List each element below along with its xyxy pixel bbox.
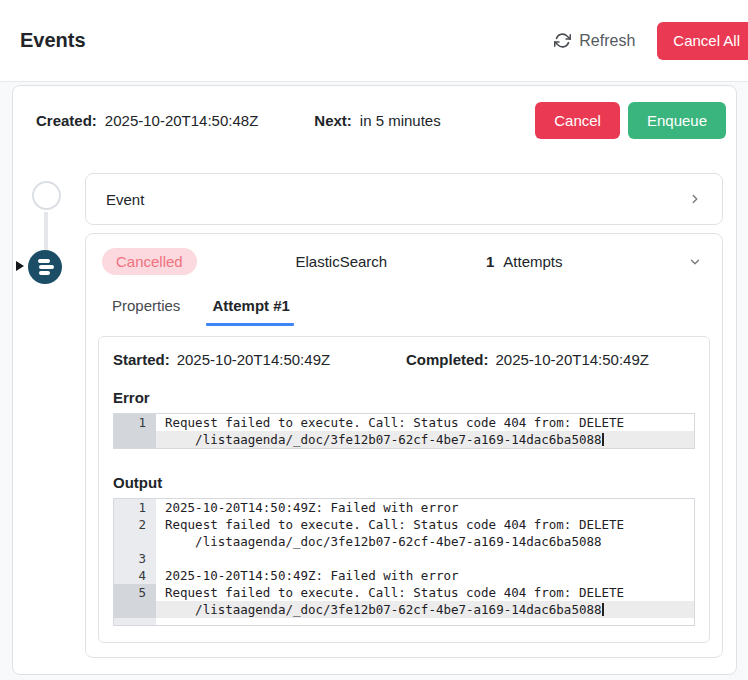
code-line-text: Request failed to execute. Call: Status …	[156, 516, 694, 533]
event-action-buttons: Cancel Enqueue	[535, 102, 726, 139]
code-line: 1Request failed to execute. Call: Status…	[114, 414, 694, 431]
refresh-label: Refresh	[579, 32, 635, 50]
completed-value: 2025-10-20T14:50:49Z	[496, 351, 649, 368]
started-field: Started: 2025-10-20T14:50:49Z	[113, 351, 406, 368]
line-number-gutter	[114, 618, 156, 625]
elasticsearch-icon	[38, 259, 50, 263]
step-card: Cancelled ElasticSearch 1 Attempts	[85, 233, 723, 658]
attempts-count: 1 Attempts	[486, 253, 688, 270]
line-number-gutter: 1	[114, 414, 156, 431]
line-number-gutter: 2	[114, 516, 156, 533]
timeline-connector	[44, 212, 48, 254]
text-cursor	[602, 603, 604, 616]
error-section-label: Error	[113, 389, 695, 406]
created-value: 2025-10-20T14:50:48Z	[105, 112, 258, 129]
attempt-times-row: Started: 2025-10-20T14:50:49Z Completed:…	[113, 351, 695, 368]
next-label: Next:	[314, 112, 352, 129]
cancel-all-button[interactable]: Cancel All	[657, 22, 748, 60]
next-value: in 5 minutes	[360, 112, 441, 129]
code-line: 3	[114, 550, 694, 567]
line-number-gutter: 3	[114, 550, 156, 567]
code-line-text	[156, 550, 694, 567]
code-line: 5Request failed to execute. Call: Status…	[114, 584, 694, 601]
event-row-label: Event	[106, 191, 144, 208]
started-value: 2025-10-20T14:50:49Z	[177, 351, 330, 368]
main-area: Created: 2025-10-20T14:50:48Z Next: in 5…	[0, 82, 748, 675]
timeline-rail	[13, 173, 85, 658]
code-line: /listaagenda/_doc/3fe12b07-62cf-4be7-a16…	[114, 533, 694, 550]
line-number-gutter: 5	[114, 584, 156, 601]
event-meta-row: Created: 2025-10-20T14:50:48Z Next: in 5…	[13, 102, 736, 139]
attempts-label: Attempts	[503, 253, 562, 270]
refresh-button[interactable]: Refresh	[554, 32, 635, 50]
step-status-row[interactable]: Cancelled ElasticSearch 1 Attempts	[86, 234, 722, 279]
line-number-gutter	[114, 431, 156, 448]
chevron-down-icon[interactable]	[688, 255, 702, 269]
code-line-text: /listaagenda/_doc/3fe12b07-62cf-4be7-a16…	[156, 601, 694, 618]
output-section-label: Output	[113, 474, 695, 491]
code-line-text: /listaagenda/_doc/3fe12b07-62cf-4be7-a16…	[156, 533, 694, 550]
code-line: 2Request failed to execute. Call: Status…	[114, 516, 694, 533]
cancel-button[interactable]: Cancel	[535, 102, 620, 139]
timeline-cards: Event Cancelled ElasticSearch 1 Attempts	[85, 173, 723, 658]
text-cursor	[602, 433, 604, 446]
event-row[interactable]: Event	[85, 173, 723, 225]
header-actions: Refresh Cancel All	[554, 22, 748, 60]
code-line-text	[156, 618, 694, 625]
code-line-text: 2025-10-20T14:50:49Z: Failed with error	[156, 499, 694, 516]
next-field: Next: in 5 minutes	[314, 112, 440, 129]
elasticsearch-step-node[interactable]	[28, 250, 62, 284]
code-line-text: /listaagenda/_doc/3fe12b07-62cf-4be7-a16…	[156, 431, 694, 448]
page-header: Events Refresh Cancel All	[0, 0, 748, 82]
completed-label: Completed:	[406, 351, 489, 368]
page-title: Events	[20, 29, 86, 52]
event-timeline: Event Cancelled ElasticSearch 1 Attempts	[13, 173, 736, 658]
tab-properties[interactable]: Properties	[96, 287, 196, 326]
line-number-gutter	[114, 601, 156, 618]
status-badge: Cancelled	[102, 248, 197, 275]
step-name: ElasticSearch	[197, 253, 486, 270]
event-detail-card: Created: 2025-10-20T14:50:48Z Next: in 5…	[12, 85, 737, 675]
chevron-right-icon[interactable]	[688, 192, 702, 206]
line-number-gutter: 4	[114, 567, 156, 584]
created-label: Created:	[36, 112, 97, 129]
code-line: /listaagenda/_doc/3fe12b07-62cf-4be7-a16…	[114, 601, 694, 618]
enqueue-button[interactable]: Enqueue	[628, 102, 726, 139]
output-code-editor[interactable]: 12025-10-20T14:50:49Z: Failed with error…	[113, 498, 695, 626]
step-tabs: Properties Attempt #1	[86, 287, 722, 326]
expand-triangle-icon[interactable]	[16, 261, 24, 271]
code-line-text: Request failed to execute. Call: Status …	[156, 414, 694, 431]
attempt-detail-card: Started: 2025-10-20T14:50:49Z Completed:…	[98, 336, 710, 643]
error-code-editor[interactable]: 1Request failed to execute. Call: Status…	[113, 413, 695, 449]
code-line: 42025-10-20T14:50:49Z: Failed with error	[114, 567, 694, 584]
code-line	[114, 618, 694, 625]
tab-attempt-1[interactable]: Attempt #1	[196, 287, 306, 326]
completed-field: Completed: 2025-10-20T14:50:49Z	[406, 351, 649, 368]
line-number-gutter	[114, 533, 156, 550]
timeline-start-node	[32, 181, 61, 210]
refresh-icon	[554, 32, 571, 49]
code-line: 12025-10-20T14:50:49Z: Failed with error	[114, 499, 694, 516]
code-line-text: 2025-10-20T14:50:49Z: Failed with error	[156, 567, 694, 584]
created-field: Created: 2025-10-20T14:50:48Z	[36, 112, 258, 129]
attempts-number: 1	[486, 253, 494, 270]
started-label: Started:	[113, 351, 170, 368]
code-line: /listaagenda/_doc/3fe12b07-62cf-4be7-a16…	[114, 431, 694, 448]
code-line-text: Request failed to execute. Call: Status …	[156, 584, 694, 601]
line-number-gutter: 1	[114, 499, 156, 516]
